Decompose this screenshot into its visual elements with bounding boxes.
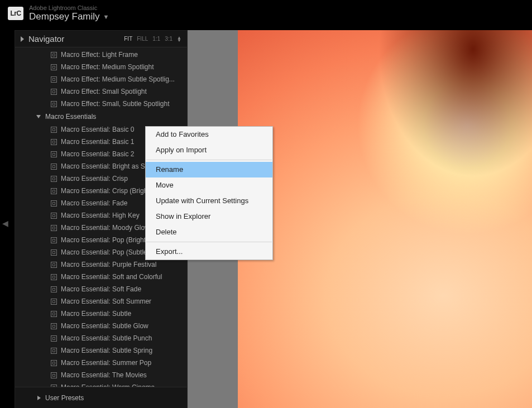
preset-label: Macro Essential: The Movies — [61, 370, 147, 380]
preset-label: Macro Essential: Pop (Subtle) — [61, 247, 150, 257]
preset-item[interactable]: Macro Effect: Medium Spotlight — [15, 61, 187, 73]
preset-label: Macro Essential: Basic 1 — [61, 137, 134, 147]
navigator-header[interactable]: Navigator FIT FILL 1:1 3:1 ▲▼ — [15, 31, 187, 47]
preset-item[interactable]: Macro Effect: Light Frame — [15, 49, 187, 61]
chevron-right-icon — [21, 36, 24, 42]
preset-item[interactable]: Macro Essential: Warm Cinema — [15, 381, 187, 387]
group-label: Macro Essentials — [45, 112, 96, 122]
preset-label: Macro Essential: Soft Fade — [61, 284, 141, 294]
preset-icon — [51, 89, 57, 95]
preset-icon — [51, 335, 57, 342]
preset-label: Macro Essential: Fade — [61, 198, 127, 208]
app-logo: LrC — [8, 7, 23, 20]
preset-label: Macro Effect: Light Frame — [61, 50, 138, 60]
preset-label: Macro Essential: Crisp (Bright) — [61, 186, 152, 196]
preset-item[interactable]: Macro Essential: Soft and Colorful — [15, 271, 187, 283]
preset-label: Macro Essential: Soft and Colorful — [61, 272, 162, 282]
preset-icon — [51, 151, 57, 157]
preset-item[interactable]: Macro Essential: Purple Festival — [15, 258, 187, 271]
footer-group-label: User Presets — [45, 393, 84, 403]
preset-item[interactable]: Macro Effect: Medium Subtle Spotlig... — [15, 73, 187, 85]
zoom-stepper[interactable]: ▲▼ — [177, 36, 181, 42]
preset-icon — [51, 237, 57, 243]
preset-label: Macro Essential: Subtle — [61, 309, 131, 319]
context-menu: Add to FavoritesApply on ImportRenameMov… — [145, 126, 273, 260]
preset-group-header[interactable]: Macro Essentials — [15, 110, 187, 123]
preview-image — [238, 30, 532, 408]
preset-icon — [51, 52, 57, 58]
preset-icon — [51, 127, 57, 133]
preset-icon — [51, 323, 57, 329]
app-name: Adobe Lightroom Classic — [29, 4, 109, 11]
context-menu-item[interactable]: Rename — [146, 162, 272, 177]
preset-label: Macro Essential: High Key — [61, 210, 140, 220]
preset-icon — [51, 188, 57, 194]
zoom-1-1[interactable]: 1:1 — [152, 36, 160, 42]
preset-label: Macro Essential: Subtle Punch — [61, 333, 152, 343]
preset-item[interactable]: Macro Essential: Soft Summer — [15, 295, 187, 308]
chevron-right-icon — [37, 396, 41, 400]
preset-item[interactable]: Macro Essential: Subtle Punch — [15, 332, 187, 344]
preset-item[interactable]: Macro Effect: Small Spotlight — [15, 85, 187, 98]
preset-item[interactable]: Macro Essential: Soft Fade — [15, 283, 187, 295]
preset-icon — [51, 101, 57, 107]
preset-item[interactable]: Macro Essential: The Movies — [15, 369, 187, 381]
panel-collapse-handle[interactable]: ◀ — [2, 219, 8, 228]
context-menu-item[interactable]: Show in Explorer — [146, 209, 272, 224]
preset-label: Macro Essential: Subtle Spring — [61, 345, 152, 356]
preset-icon — [51, 262, 57, 268]
preset-icon — [51, 274, 57, 280]
preset-label: Macro Essential: Bright as Starli — [61, 161, 156, 171]
catalog-name: Dempsey Family — [29, 11, 100, 22]
preset-icon — [51, 360, 57, 366]
preset-icon — [51, 286, 57, 292]
preset-label: Macro Effect: Small Spotlight — [61, 87, 147, 97]
preset-icon — [51, 64, 57, 70]
preset-item[interactable]: Macro Essential: Subtle Glow — [15, 320, 187, 332]
preset-item[interactable]: Macro Essential: Summer Pop — [15, 357, 187, 369]
preset-label: Macro Essential: Moody Glow — [61, 223, 150, 233]
zoom-fill[interactable]: FILL — [137, 36, 148, 42]
context-menu-item[interactable]: Add to Favorites — [146, 127, 272, 142]
context-menu-item[interactable]: Delete — [146, 224, 272, 240]
preset-label: Macro Essential: Warm Cinema — [61, 382, 155, 387]
menu-separator — [146, 242, 272, 242]
titlebar: LrC Adobe Lightroom Classic Dempsey Fami… — [0, 0, 532, 28]
preset-label: Macro Effect: Small, Subtle Spotlight — [61, 99, 170, 109]
preset-item[interactable]: Macro Effect: Small, Subtle Spotlight — [15, 98, 187, 110]
preset-label: Macro Essential: Summer Pop — [61, 358, 151, 368]
context-menu-item[interactable]: Move — [146, 177, 272, 193]
preset-icon — [51, 225, 57, 231]
preset-label: Macro Effect: Medium Spotlight — [61, 62, 154, 72]
panel-footer-group[interactable]: User Presets — [15, 387, 187, 408]
context-menu-item[interactable]: Apply on Import — [146, 142, 272, 158]
preset-icon — [51, 76, 57, 83]
preset-icon — [51, 385, 57, 387]
navigator-title: Navigator — [28, 34, 64, 44]
menu-separator — [146, 160, 272, 160]
preset-icon — [51, 213, 57, 219]
zoom-3-1[interactable]: 3:1 — [165, 36, 172, 42]
preset-icon — [51, 200, 57, 207]
context-menu-item[interactable]: Update with Current Settings — [146, 193, 272, 209]
chevron-down-icon — [36, 115, 41, 118]
preset-label: Macro Essential: Basic 2 — [61, 149, 134, 159]
preset-label: Macro Essential: Subtle Glow — [61, 321, 148, 331]
preset-label: Macro Essential: Purple Festival — [61, 260, 156, 270]
preset-icon — [51, 176, 57, 182]
preset-item[interactable]: Macro Essential: Subtle — [15, 308, 187, 320]
preset-icon — [51, 139, 57, 145]
preset-label: Macro Essential: Basic 0 — [61, 124, 134, 135]
context-menu-item[interactable]: Export... — [146, 244, 272, 260]
preset-label: Macro Essential: Crisp — [61, 174, 128, 184]
preset-item[interactable]: Macro Essential: Subtle Spring — [15, 344, 187, 357]
preset-icon — [51, 249, 57, 256]
zoom-fit[interactable]: FIT — [124, 36, 132, 42]
zoom-options: FIT FILL 1:1 3:1 ▲▼ — [124, 36, 181, 42]
preset-icon — [51, 372, 57, 378]
preset-icon — [51, 348, 57, 354]
preset-icon — [51, 311, 57, 317]
preset-label: Macro Essential: Soft Summer — [61, 296, 151, 306]
catalog-switcher[interactable]: Dempsey Family ▼ — [29, 11, 109, 22]
preset-icon — [51, 164, 57, 170]
